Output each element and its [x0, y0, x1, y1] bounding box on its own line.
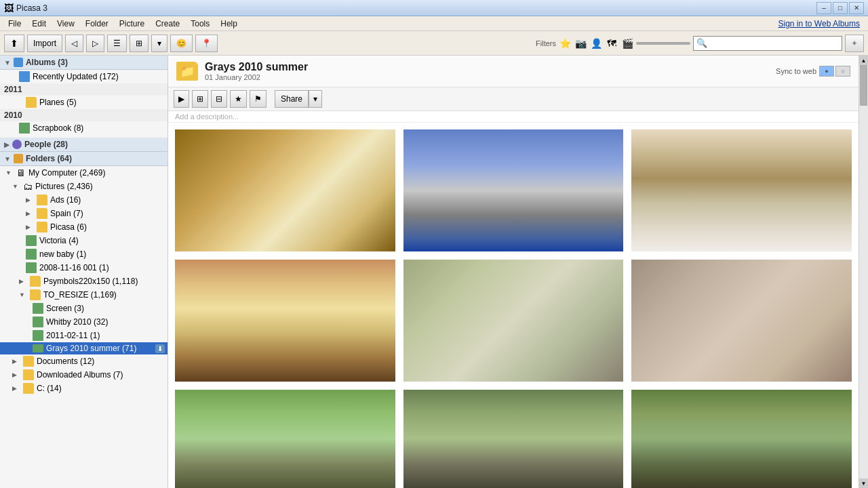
photo-cell-4[interactable] [174, 258, 397, 383]
sidebar-item-my-computer[interactable]: ▼ 🖥 My Computer (2,469) [0, 166, 167, 180]
sync-on-button[interactable]: ● [819, 66, 834, 77]
expand-icon[interactable]: ▶ [26, 210, 34, 217]
photo-thumbnail-3[interactable] [631, 129, 852, 251]
sidebar-item-to-resize[interactable]: ▼ TO_RESIZE (1,169) [0, 288, 167, 302]
share-dropdown-button[interactable]: ▾ [309, 90, 322, 108]
filter-map-icon[interactable]: 🗺 [605, 37, 618, 50]
sidebar-item-planes[interactable]: Planes (5) [0, 96, 167, 109]
photo-cell-5[interactable] [402, 258, 625, 383]
photo-thumbnail-6[interactable] [631, 260, 852, 382]
expand-icon[interactable]: ▶ [26, 224, 34, 230]
sidebar-item-downloaded-albums[interactable]: ▶ Downloaded Albums (7) [0, 368, 167, 382]
sidebar-item-grays[interactable]: Grays 2010 summer (71) ⬇ [0, 342, 167, 354]
sidebar-item-psymbols[interactable]: ▶ Psymbols220x150 (1,118) [0, 274, 167, 288]
filter-slider[interactable] [636, 42, 690, 45]
photo-thumbnail-1[interactable] [175, 129, 395, 251]
scroll-thumb[interactable] [860, 65, 867, 106]
photo-cell-3[interactable] [630, 128, 853, 253]
sidebar-item-victoria[interactable]: Victoria (4) [0, 234, 167, 247]
content-scrollbar[interactable]: ▲ ▼ [859, 56, 868, 488]
sidebar-item-2008[interactable]: 2008-11-16 001 (1) [0, 261, 167, 274]
search-input[interactable] [707, 39, 839, 48]
menu-help[interactable]: Help [215, 18, 243, 30]
photo-cell-1[interactable] [174, 128, 397, 253]
menu-tools[interactable]: Tools [185, 18, 215, 30]
photo-cell-2[interactable] [402, 128, 625, 253]
grid-view-button[interactable]: ⊞ [130, 35, 149, 52]
filter-movie-icon[interactable]: 🎬 [620, 37, 634, 50]
nav-forward-button[interactable]: ▷ [86, 35, 104, 52]
expand-icon[interactable]: ▶ [12, 371, 20, 378]
photo-thumbnail-9[interactable] [631, 390, 852, 488]
people-section-header[interactable]: ▶ People (28) [0, 138, 167, 152]
play-slideshow-button[interactable]: ▶ [174, 90, 189, 108]
photo-cell-6[interactable] [630, 258, 853, 383]
search-box[interactable]: 🔍 [693, 36, 842, 51]
expand-icon[interactable]: ▶ [12, 385, 20, 392]
menu-create[interactable]: Create [150, 18, 185, 30]
sync-toggle[interactable]: ● ○ [819, 66, 850, 77]
expand-icon[interactable]: ▶ [12, 358, 20, 365]
sidebar-item-label: TO_RESIZE (1,169) [43, 290, 117, 300]
menu-file[interactable]: File [3, 18, 26, 30]
filter-camera-icon[interactable]: 📷 [574, 37, 587, 50]
list-view-button[interactable]: ☰ [107, 35, 127, 52]
menu-picture[interactable]: Picture [114, 18, 150, 30]
expand-icon[interactable]: ▶ [26, 197, 34, 203]
sidebar-item-whitby[interactable]: Whitby 2010 (32) [0, 315, 167, 329]
sign-in-web-link[interactable]: Sign in to Web Albums [778, 19, 865, 28]
download-icon[interactable]: ⬇ [155, 344, 165, 353]
sidebar-item-documents[interactable]: ▶ Documents (12) [0, 354, 167, 368]
menu-folder[interactable]: Folder [80, 18, 114, 30]
share-button[interactable]: Share [275, 90, 309, 108]
sidebar: ▼ Albums (3) Recently Updated (172) 2011… [0, 56, 168, 488]
albums-section-header[interactable]: ▼ Albums (3) [0, 56, 167, 70]
dropdown-view-button[interactable]: ▾ [151, 35, 167, 52]
filter-person-icon[interactable]: 👤 [589, 37, 603, 50]
photo-cell-9[interactable] [630, 388, 853, 488]
geotag-button[interactable]: 📍 [195, 35, 218, 52]
sidebar-item-c-drive[interactable]: ▶ C: (14) [0, 382, 167, 395]
upload-button[interactable]: ⬆ [4, 35, 24, 52]
sidebar-item-scrapbook[interactable]: Scrapbook (8) [0, 121, 167, 135]
sidebar-item-recently-updated[interactable]: Recently Updated (172) [0, 70, 167, 83]
photo-thumbnail-4[interactable] [175, 260, 395, 382]
star-filter-button[interactable]: ★ [230, 90, 247, 108]
sidebar-item-ads[interactable]: ▶ Ads (16) [0, 193, 167, 207]
flag-button[interactable]: ⚑ [250, 90, 267, 108]
folder-icon [37, 222, 47, 232]
sidebar-item-2011-02-11[interactable]: 2011-02-11 (1) [0, 329, 167, 342]
photo-thumbnail-8[interactable] [403, 390, 624, 488]
photo-thumbnail-7[interactable] [175, 390, 395, 488]
sidebar-item-spain[interactable]: ▶ Spain (7) [0, 207, 167, 220]
share-button-group[interactable]: Share ▾ [275, 90, 322, 108]
scroll-up-button[interactable]: ▲ [859, 56, 869, 65]
sidebar-item-picasa[interactable]: ▶ Picasa (6) [0, 220, 167, 234]
expand-icon[interactable]: ▼ [19, 291, 27, 298]
folders-section-header[interactable]: ▼ Folders (64) [0, 152, 167, 166]
filter-star-icon[interactable]: ⭐ [558, 37, 572, 50]
face-recognition-button[interactable]: 😊 [170, 35, 193, 52]
expand-icon[interactable]: ▶ [19, 278, 27, 285]
grid-view-1-button[interactable]: ⊞ [192, 90, 208, 108]
sidebar-item-screen[interactable]: Screen (3) [0, 302, 167, 315]
expand-arrow-icon[interactable]: ▼ [12, 183, 20, 190]
import-button[interactable]: Import [27, 35, 62, 52]
grid-view-2-button[interactable]: ⊟ [211, 90, 227, 108]
sync-off-button[interactable]: ○ [835, 66, 850, 77]
close-button[interactable]: ✕ [849, 2, 864, 14]
photo-thumbnail-2[interactable] [403, 129, 624, 251]
sidebar-item-pictures[interactable]: ▼ 🗂 Pictures (2,436) [0, 180, 167, 193]
expand-arrow-icon[interactable]: ▼ [5, 169, 14, 176]
menu-edit[interactable]: Edit [26, 18, 52, 30]
nav-back-button[interactable]: ◁ [65, 35, 83, 52]
maximize-button[interactable]: □ [833, 2, 848, 14]
sidebar-item-new-baby[interactable]: new baby (1) [0, 247, 167, 261]
photo-thumbnail-5[interactable] [403, 260, 624, 382]
description-placeholder[interactable]: Add a description... [175, 113, 239, 121]
photo-cell-8[interactable] [402, 388, 625, 488]
menu-view[interactable]: View [52, 18, 80, 30]
minimize-button[interactable]: – [816, 2, 831, 14]
photo-cell-7[interactable] [174, 388, 397, 488]
scroll-down-button[interactable]: ▼ [859, 479, 869, 488]
